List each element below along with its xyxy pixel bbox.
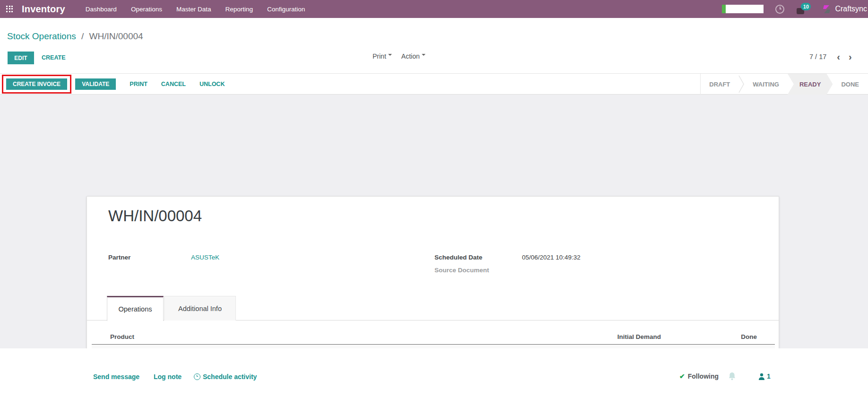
clock-icon	[194, 373, 200, 380]
message-count-badge: 10	[801, 3, 811, 10]
top-navbar: Inventory Dashboard Operations Master Da…	[0, 0, 868, 18]
scheduled-date-label: Scheduled Date	[434, 254, 482, 261]
main-menu: Dashboard Operations Master Data Reporti…	[86, 6, 305, 13]
followers-button[interactable]: 1	[758, 372, 771, 380]
pager-previous-icon[interactable]: ‹	[837, 53, 840, 60]
unlock-button[interactable]: UNLOCK	[200, 81, 225, 87]
chevron-down-icon	[388, 54, 392, 58]
record-title: WH/IN/00004	[108, 207, 202, 225]
cancel-button[interactable]: CANCEL	[161, 81, 186, 87]
chevron-down-icon	[422, 54, 425, 58]
messages-icon[interactable]: 10	[797, 3, 811, 15]
tab-additional-info[interactable]: Additional Info	[164, 296, 236, 320]
statusbar-buttons: CREATE INVOICE VALIDATE PRINT CANCEL UNL…	[0, 74, 225, 94]
pager-next-icon[interactable]: ›	[849, 53, 852, 60]
chevron-separator-icon	[738, 75, 744, 94]
chatter: Send message Log note Schedule activity …	[0, 348, 868, 398]
highlight-annotation-box: CREATE INVOICE	[2, 75, 71, 94]
edit-button[interactable]: EDIT	[8, 52, 34, 64]
print-button[interactable]: PRINT	[130, 81, 148, 87]
state-ready[interactable]: READY	[788, 74, 833, 95]
menu-master-data[interactable]: Master Data	[176, 6, 211, 13]
timer-widget[interactable]	[722, 5, 764, 13]
log-note-button[interactable]: Log note	[154, 373, 182, 381]
breadcrumb-parent[interactable]: Stock Operations	[7, 31, 76, 41]
column-done: Done	[661, 333, 775, 340]
user-menu[interactable]: Craftsync	[822, 5, 867, 14]
odoo-inventory-page: Inventory Dashboard Operations Master Da…	[0, 0, 868, 398]
column-product: Product	[92, 333, 552, 340]
menu-configuration[interactable]: Configuration	[267, 6, 305, 13]
breadcrumb: Stock Operations / WH/IN/00004	[7, 31, 143, 42]
action-dropdown[interactable]: Action	[401, 52, 425, 60]
partner-value[interactable]: ASUSTeK	[191, 254, 219, 261]
check-icon: ✔	[679, 372, 685, 380]
tab-operations[interactable]: Operations	[107, 296, 164, 321]
state-waiting[interactable]: WAITING	[744, 74, 788, 95]
validate-button[interactable]: VALIDATE	[75, 78, 116, 90]
menu-dashboard[interactable]: Dashboard	[86, 6, 117, 13]
app-title[interactable]: Inventory	[22, 4, 65, 15]
schedule-activity-button[interactable]: Schedule activity	[194, 373, 257, 381]
follower-count: 1	[767, 372, 771, 380]
following-button[interactable]: Following	[688, 372, 719, 380]
pager-counter: 7 / 17	[809, 53, 826, 61]
activities-clock-icon[interactable]	[775, 5, 784, 14]
apps-menu-icon[interactable]	[6, 6, 13, 13]
company-logo-icon	[822, 5, 831, 14]
partner-label: Partner	[108, 254, 130, 261]
state-draft[interactable]: DRAFT	[701, 74, 738, 95]
record-pager: 7 / 17 ‹ ›	[809, 53, 852, 61]
menu-reporting[interactable]: Reporting	[225, 6, 253, 13]
notebook-tabs: Operations Additional Info	[87, 296, 779, 320]
send-message-button[interactable]: Send message	[93, 373, 139, 381]
state-pipeline: DRAFT WAITING READY DONE	[700, 74, 868, 95]
column-initial-demand: Initial Demand	[552, 333, 661, 340]
form-statusbar: CREATE INVOICE VALIDATE PRINT CANCEL UNL…	[0, 73, 868, 95]
company-name: Craftsync	[835, 5, 867, 13]
menu-operations[interactable]: Operations	[131, 6, 162, 13]
create-invoice-button[interactable]: CREATE INVOICE	[6, 78, 67, 90]
follow-area: ✔ Following 1	[679, 372, 771, 381]
create-button[interactable]: CREATE	[42, 54, 65, 61]
scheduled-date-value: 05/06/2021 10:49:32	[522, 254, 581, 261]
follower-person-icon	[758, 373, 765, 380]
print-dropdown[interactable]: Print	[373, 52, 392, 60]
state-done[interactable]: DONE	[833, 74, 868, 95]
timer-progress	[722, 5, 726, 13]
action-dropdowns: Print Action	[373, 52, 425, 60]
table-header-row: Product Initial Demand Done	[92, 329, 775, 345]
content-background: WH/IN/00004 Partner ASUSTeK Scheduled Da…	[0, 95, 868, 348]
bell-icon[interactable]	[728, 372, 736, 381]
breadcrumb-current: WH/IN/00004	[89, 31, 143, 41]
systray: 10 Craftsync	[722, 0, 868, 18]
breadcrumb-separator: /	[81, 31, 84, 41]
source-document-label: Source Document	[434, 267, 489, 274]
